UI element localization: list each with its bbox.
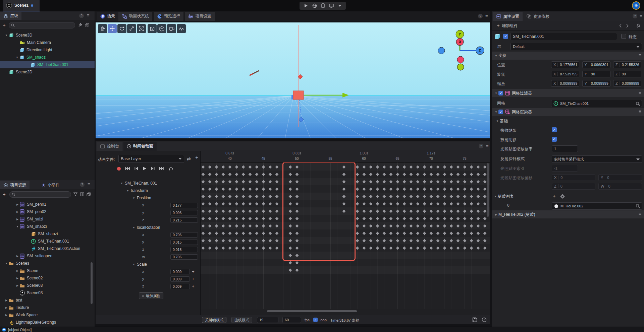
- menu-icon[interactable]: ≡: [88, 182, 90, 186]
- menu-icon[interactable]: ≡: [485, 13, 488, 18]
- track-row-Position[interactable]: ▼Position: [96, 194, 201, 202]
- project-item-Scenes[interactable]: ▼Scenes: [0, 260, 95, 267]
- help-icon[interactable]: ?: [633, 14, 637, 18]
- project-item-SM_TieChan.001Action[interactable]: SM_TieChan.001Action: [0, 245, 95, 252]
- object-picker-icon[interactable]: [636, 204, 640, 208]
- section-menu-icon[interactable]: ≡: [639, 212, 641, 216]
- track-row-z[interactable]: z0.015: [96, 246, 201, 253]
- caret-down-icon[interactable]: ▼: [4, 262, 9, 265]
- track-value-input[interactable]: 0.706: [170, 232, 198, 238]
- probe-mode-select[interactable]: 实时简单采样模式: [552, 155, 642, 163]
- track-value-input[interactable]: 0.096: [170, 210, 198, 215]
- caret-right-icon[interactable]: ▶: [4, 299, 9, 302]
- static-checkbox[interactable]: ✓: [621, 34, 626, 39]
- cast-shadow-checkbox[interactable]: ✓: [552, 137, 557, 142]
- project-item-Texture[interactable]: ▶Texture: [0, 304, 95, 311]
- project-item-SM_TieChan.001[interactable]: SM_TieChan.001: [0, 238, 95, 245]
- caret-down-icon[interactable]: ▼: [4, 34, 9, 37]
- section-menu-icon[interactable]: ≡: [639, 53, 641, 57]
- track-row-x[interactable]: x0.706: [96, 231, 201, 239]
- help-icon[interactable]: ?: [479, 144, 483, 148]
- track-value-input[interactable]: 0.009: [170, 284, 190, 289]
- caret-down-icon[interactable]: ▼: [495, 120, 500, 123]
- track-row-Scale[interactable]: ▼Scale: [96, 261, 201, 268]
- mesh-filter-section-header[interactable]: ▼ ✓ 网格过滤器 ≡: [492, 89, 644, 97]
- mesh-renderer-section-header[interactable]: ▼ ✓ 网格渲染器 ≡: [492, 108, 644, 116]
- project-item-Work Space[interactable]: ▶Work Space: [0, 311, 95, 319]
- pivot-tool-button[interactable]: [137, 24, 146, 33]
- track-row-y[interactable]: y0.015: [96, 239, 201, 246]
- hierarchy-item-SM_TieChan.001[interactable]: SM_TieChan.001: [0, 61, 95, 68]
- add-clip-button[interactable]: +: [195, 155, 198, 161]
- project-item-SM_suliaopen[interactable]: ▶FBXSM_suliaopen: [0, 252, 95, 260]
- caret-right-icon[interactable]: ▶: [15, 255, 20, 258]
- lightmap-scale-input[interactable]: 1: [552, 145, 578, 152]
- timeline-vscrollbar[interactable]: [487, 163, 489, 217]
- 旋转-z-input[interactable]: Z90: [613, 71, 641, 77]
- caret-down-icon[interactable]: ▼: [125, 189, 130, 192]
- 位置-y-input[interactable]: Y0.0960301: [582, 61, 610, 68]
- project-item-SM_shaozi[interactable]: ▼FBXSM_shaozi: [0, 223, 95, 230]
- caret-right-icon[interactable]: ▶: [15, 203, 20, 206]
- fps-input[interactable]: 60: [282, 317, 301, 323]
- swap-icon[interactable]: ⇄: [187, 156, 191, 161]
- track-value-input[interactable]: 0.009: [170, 269, 190, 274]
- entity-active-checkbox[interactable]: ✓: [503, 34, 508, 39]
- prev-frame-icon[interactable]: [134, 167, 139, 171]
- track-row-SM_TieChan. 001[interactable]: ▼SM_TieChan. 001: [96, 180, 201, 187]
- 缩放-x-input[interactable]: X0.0099999: [551, 80, 579, 87]
- add-key-button[interactable]: +: [192, 269, 195, 274]
- caret-right-icon[interactable]: ▶: [15, 277, 20, 280]
- keyframe-mode-button[interactable]: 关键帧模式: [202, 317, 226, 323]
- skip-start-icon[interactable]: [125, 167, 130, 171]
- layer-select[interactable]: Default: [511, 43, 642, 50]
- timeline-hscrollbar[interactable]: [267, 310, 357, 312]
- shading-button[interactable]: [157, 24, 166, 33]
- filter-icon[interactable]: [73, 192, 77, 196]
- caret-down-icon[interactable]: ▼: [131, 263, 136, 266]
- hierarchy-item-Scene3D[interactable]: ▼Scene3D: [0, 31, 95, 39]
- hierarchy-item-Scene2D[interactable]: Scene2D: [0, 68, 95, 76]
- mobile-icon[interactable]: [321, 3, 325, 8]
- tab-dependencies[interactable]: 资源依赖: [523, 12, 553, 21]
- tab-控制台[interactable]: 控制台: [97, 142, 122, 151]
- add-key-button[interactable]: +: [192, 284, 195, 289]
- 旋转-x-input[interactable]: X87.539755: [551, 71, 579, 77]
- track-row-w[interactable]: w0.706: [96, 253, 201, 261]
- section-menu-icon[interactable]: ≡: [639, 109, 641, 114]
- hand-tool-button[interactable]: [98, 24, 107, 33]
- camera-preview-button[interactable]: [167, 24, 176, 33]
- 位置-z-input[interactable]: Z0.2155326: [613, 61, 641, 68]
- transform-section-header[interactable]: ▼ 变换 ≡: [492, 52, 644, 60]
- project-item-SM_saizi[interactable]: ▶FBXSM_saizi: [0, 215, 95, 223]
- add-asset-button[interactable]: +: [3, 191, 6, 197]
- 旋转-y-input[interactable]: Y90: [582, 71, 610, 77]
- add-key-button[interactable]: +: [192, 276, 195, 281]
- record-button[interactable]: [117, 167, 121, 171]
- device-caret-icon[interactable]: [338, 5, 341, 7]
- tab-预览运行[interactable]: 预览运行: [154, 12, 183, 21]
- next-frame-icon[interactable]: [151, 167, 155, 171]
- collapse-all-icon[interactable]: [85, 23, 89, 27]
- collapse-all-icon[interactable]: [87, 192, 91, 197]
- caret-right-icon[interactable]: ▶: [4, 306, 9, 309]
- project-item-SM_pen01[interactable]: ▶FBXSM_pen01: [0, 201, 95, 208]
- scene-canvas[interactable]: X Y Z: [96, 22, 490, 138]
- material-object-field[interactable]: M_HeiTie.002: [552, 202, 642, 210]
- tab-项目设置[interactable]: 项目设置: [185, 12, 215, 21]
- caret-down-icon[interactable]: ▼: [131, 197, 136, 200]
- material-settings-gear-icon[interactable]: [560, 194, 565, 199]
- project-item-LightmapBakeSettings[interactable]: LightmapBakeSettings: [0, 319, 95, 326]
- hierarchy-item-SM_shaozi[interactable]: ▼SM_shaozi: [0, 54, 95, 61]
- curve-mode-button[interactable]: 曲线模式: [231, 317, 252, 323]
- caret-right-icon[interactable]: ▶: [15, 269, 20, 272]
- bake-clock-icon[interactable]: [482, 317, 487, 322]
- material-detail-section-header[interactable]: ▶ M_HeiTie.002 (材质) ≡: [492, 210, 644, 218]
- mesh-filter-enabled-checkbox[interactable]: ✓: [498, 91, 503, 95]
- pin-icon[interactable]: [636, 23, 640, 28]
- help-icon[interactable]: ?: [79, 13, 84, 18]
- nav-back-icon[interactable]: [619, 24, 622, 28]
- track-row-x[interactable]: x0.177: [96, 202, 201, 209]
- mesh-renderer-enabled-checkbox[interactable]: ✓: [498, 110, 503, 114]
- section-menu-icon[interactable]: ≡: [639, 90, 641, 95]
